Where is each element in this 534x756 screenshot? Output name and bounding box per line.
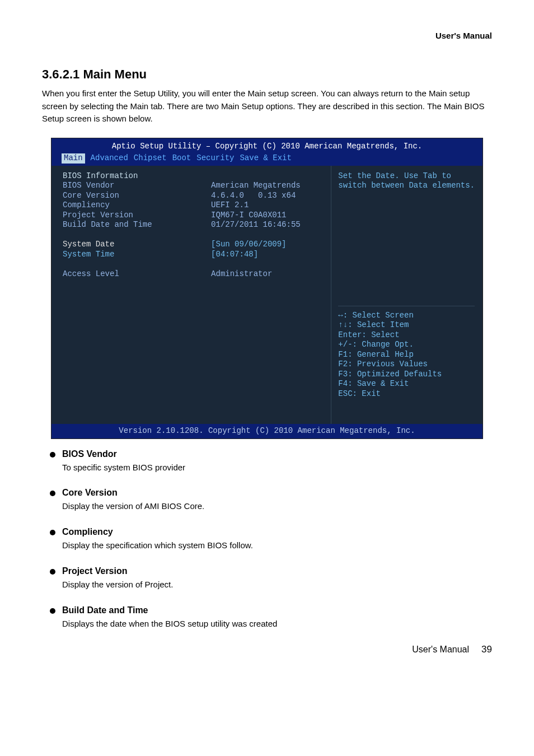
bios-key-f4: F4: Save & Exit: [338, 379, 475, 389]
bullet-body: Display the version of Project.: [62, 578, 492, 591]
bios-tab-advanced[interactable]: Advanced: [91, 153, 128, 164]
bios-label-build: Build Date and Time: [63, 220, 199, 230]
bullet-title: Build Date and Time: [62, 605, 492, 615]
bullet-body: Display the version of AMI BIOS Core.: [62, 500, 492, 512]
bullet-project-version: Project Version Display the version of P…: [48, 566, 492, 591]
bios-screenshot: Aptio Setup Utility – Copyright (C) 2010…: [51, 138, 483, 439]
bios-label-systime[interactable]: System Time: [63, 250, 199, 260]
bios-key-esc: ESC: Exit: [338, 389, 475, 399]
bios-label-corever: Core Version: [63, 191, 199, 201]
bios-label-projver: Project Version: [63, 211, 199, 221]
bios-value-corever: 4.6.4.0 0.13 x64: [211, 191, 326, 201]
bullet-body: To specific system BIOS provider: [62, 461, 492, 474]
bullet-title: Core Version: [62, 488, 492, 498]
bios-footer: Version 2.10.1208. Copyright (C) 2010 Am…: [51, 424, 483, 438]
bios-tab-saveexit[interactable]: Save & Exit: [240, 153, 291, 164]
bullet-body: Displays the date when the BIOS setup ut…: [62, 618, 492, 630]
bios-value-vendor: American Megatrends: [211, 181, 326, 191]
bios-label-sysdate[interactable]: System Date: [63, 240, 199, 250]
section-title-main-menu: 3.6.2.1 Main Menu: [42, 67, 492, 82]
bios-key-f2: F2: Previous Values: [338, 360, 475, 370]
bullet-bios-vendor: BIOS Vendor To specific system BIOS prov…: [48, 449, 492, 474]
bios-key-f1: F1: General Help: [338, 350, 475, 360]
bios-label-compl: Compliency: [63, 200, 199, 211]
bios-value-build: 01/27/2011 16:46:55: [211, 220, 326, 230]
bullet-core-version: Core Version Display the version of AMI …: [48, 488, 492, 512]
bios-key-enter: Enter: Select: [338, 330, 475, 340]
bullet-build-date: Build Date and Time Displays the date wh…: [48, 605, 492, 630]
bullet-title: Project Version: [62, 566, 492, 576]
bullet-compliency: Compliency Display the specification whi…: [48, 527, 492, 552]
footer-label: User's Manual: [412, 645, 469, 655]
section-intro: When you first enter the Setup Utility, …: [42, 87, 492, 125]
bios-mid-pane: American Megatrends 4.6.4.0 0.13 x64 UEF…: [207, 166, 331, 424]
bios-key-f3: F3: Optimized Defaults: [338, 370, 475, 380]
bios-value-projver: IQM67-I C0A0X011: [211, 211, 326, 221]
bios-value-systime[interactable]: [04:07:48]: [211, 250, 326, 260]
bios-label-access: Access Level: [63, 269, 199, 279]
bios-value-access: Administrator: [211, 269, 326, 279]
footer-number: 39: [481, 644, 492, 655]
bios-tabs: Main Advanced Chipset Boot Security Save…: [51, 152, 483, 166]
bios-info-heading: BIOS Information: [63, 171, 199, 181]
bios-tab-security[interactable]: Security: [196, 153, 234, 164]
bios-key-change: +/-: Change Opt.: [338, 340, 475, 350]
bios-value-compl: UEFI 2.1: [211, 200, 326, 211]
bios-utility-title: Aptio Setup Utility – Copyright (C) 2010…: [51, 139, 483, 153]
bios-value-sysdate[interactable]: [Sun 09/06/2009]: [211, 240, 326, 250]
bullet-body: Display the specification which system B…: [62, 539, 492, 552]
info-bullets: BIOS Vendor To specific system BIOS prov…: [48, 449, 492, 630]
bullet-title: BIOS Vendor: [62, 449, 492, 459]
bios-help-line2: switch between Data elements.: [338, 181, 475, 191]
page-header: User's Manual: [42, 31, 492, 40]
bios-titlebar: Aptio Setup Utility – Copyright (C) 2010…: [51, 138, 483, 166]
bios-key-item: ↑↓: Select Item: [338, 320, 475, 330]
bios-tab-boot[interactable]: Boot: [172, 153, 191, 164]
bios-left-pane: BIOS Information BIOS Vendor Core Versio…: [51, 166, 207, 424]
bios-tab-main[interactable]: Main: [62, 153, 85, 164]
bios-label-vendor: BIOS Vendor: [63, 181, 199, 191]
bullet-title: Compliency: [62, 527, 492, 537]
bios-help-line1: Set the Date. Use Tab to: [338, 171, 475, 181]
bios-key-screen: ↔: Select Screen: [338, 311, 475, 321]
bios-right-pane: Set the Date. Use Tab to switch between …: [331, 166, 483, 424]
bios-tab-chipset[interactable]: Chipset: [134, 153, 167, 164]
